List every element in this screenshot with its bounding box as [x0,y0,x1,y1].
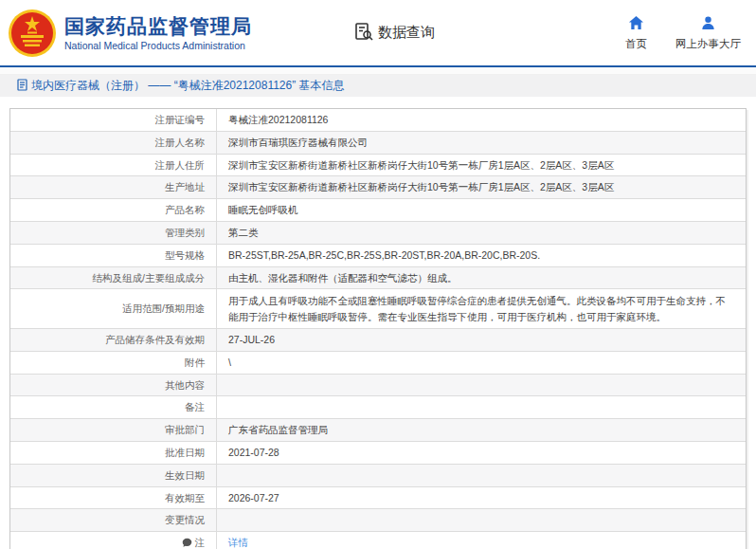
row-label-text: 注 [195,535,206,549]
row-value: \ [217,352,746,374]
row-label: 其他内容 [10,375,217,396]
document-icon [17,79,31,94]
row-label: 生产地址 [10,176,217,198]
row-label: 管理类别 [10,222,217,244]
table-row: 产品名称睡眠无创呼吸机 [10,199,746,222]
row-value: 2026-07-27 [217,487,746,509]
header: 国家药品监督管理局 National Medical Products Admi… [0,0,756,65]
data-query-tab[interactable]: 数据查询 [354,22,435,45]
row-value [217,375,746,396]
row-value: 广东省药品监督管理局 [217,419,746,441]
row-value: 睡眠无创呼吸机 [217,199,746,221]
row-label-text: 产品储存条件及有效期 [105,332,205,348]
table-row: 审批部门广东省药品监督管理局 [10,419,746,442]
row-value: 深圳市百瑞琪医疗器械有限公司 [217,132,746,154]
table-row: 结构及组成/主要组成成分由主机、湿化器和附件（适配器和空气滤芯）组成。 [10,267,746,290]
row-label-text: 管理类别 [165,225,205,241]
row-label: 注册人住所 [10,155,217,176]
table-row: 有效期至2026-07-27 [10,487,746,510]
table-row: 管理类别第二类 [10,222,746,245]
table-row: 生产地址深圳市宝安区新桥街道新桥社区新桥岗仔大街10号第一栋厂房1层A区、2层A… [10,176,746,199]
row-label-text: 生产地址 [165,179,205,195]
site-subtitle: National Medical Products Administration [64,40,252,51]
row-label-text: 适用范围/预期用途 [122,301,205,317]
row-value: 深圳市宝安区新桥街道新桥社区新桥岗仔大街10号第一栋厂房1层A区、2层A区、3层… [217,176,746,198]
row-label-text: 注册人住所 [155,157,206,174]
header-substrip [0,67,756,75]
row-label-text: 批准日期 [165,445,205,461]
table-row: 批准日期2021-07-28 [10,442,746,465]
table-row: 适用范围/预期用途用于成人且有呼吸功能不全或阻塞性睡眠呼吸暂停综合症的患者提供无… [10,289,746,329]
table-row: 注册证编号粤械注准20212081126 [10,109,746,132]
table-row: 注册人名称深圳市百瑞琪医疗器械有限公司 [10,132,746,155]
home-icon [628,15,644,37]
table-row: 型号规格BR-25ST,BR-25A,BR-25C,BR-25S,BR-20ST… [10,245,746,267]
logo-block: 国家药品监督管理局 National Medical Products Admi… [8,9,252,58]
row-label: 结构及组成/主要组成成分 [10,267,217,289]
row-label: 有效期至 [10,487,217,509]
row-value [217,509,746,531]
table-row: 变更情况 [10,509,746,532]
row-label-text: 产品名称 [165,202,205,218]
breadcrumb: 境内医疗器械（注册） —— “粤械注准20212081126” 基本信息 [0,75,756,97]
row-label-text: 附件 [185,355,205,371]
table-row: 注册人住所深圳市宝安区新桥街道新桥社区新桥岗仔大街10号第一栋厂房1层A区、2层… [10,155,746,177]
national-emblem-icon [8,9,57,58]
row-label-text: 备注 [185,399,205,415]
row-label: 注册证编号 [10,109,217,131]
table-row: 其他内容 [10,375,746,397]
row-value: 用于成人且有呼吸功能不全或阻塞性睡眠呼吸暂停综合症的患者提供无创通气。此类设备均… [217,289,746,328]
info-table: 注册证编号粤械注准20212081126注册人名称深圳市百瑞琪医疗器械有限公司注… [9,108,747,549]
row-label-text: 有效期至 [165,490,205,506]
note-icon [182,538,192,548]
row-value: 27-JUL-26 [217,329,746,351]
row-label: 批准日期 [10,442,217,464]
nav-item-label: 首页 [625,37,647,51]
row-label-text: 注册人名称 [155,135,206,151]
row-label-text: 变更情况 [165,512,205,528]
nav-item-service-hall[interactable]: 网上办事大厅 [675,15,741,51]
table-row: 附件\ [10,352,746,375]
row-label: 注册人名称 [10,132,217,154]
row-label: 型号规格 [10,245,217,266]
row-label: 注 [10,532,217,549]
data-query-icon [354,22,378,45]
row-label: 附件 [10,352,217,374]
row-label: 适用范围/预期用途 [10,289,217,328]
row-label: 产品名称 [10,199,217,221]
row-value [217,396,746,418]
row-value: 深圳市宝安区新桥街道新桥社区新桥岗仔大街10号第一栋厂房1层A区、2层A区、3层… [217,155,746,176]
row-label: 生效日期 [10,465,217,486]
row-label: 变更情况 [10,509,217,531]
data-query-label: 数据查询 [378,24,435,42]
row-value [217,465,746,486]
row-value: 详情 [217,532,746,549]
row-label-text: 审批部门 [165,422,205,438]
row-label-text: 其他内容 [165,377,205,393]
header-nav: 首页 网上办事大厅 [625,15,741,51]
row-value: 第二类 [217,222,746,244]
site-title: 国家药品监督管理局 [64,14,252,38]
row-label-text: 结构及组成/主要组成成分 [93,270,205,286]
row-value: BR-25ST,BR-25A,BR-25C,BR-25S,BR-20ST,BR-… [217,245,746,266]
detail-link[interactable]: 详情 [228,535,248,549]
nav-item-home[interactable]: 首页 [625,15,647,51]
row-label-text: 生效日期 [165,467,205,484]
row-label-text: 型号规格 [165,247,205,264]
user-icon [700,15,716,37]
row-label-text: 注册证编号 [155,112,206,128]
table-row: 注详情 [10,532,746,549]
table-row: 产品储存条件及有效期27-JUL-26 [10,329,746,352]
table-row: 备注 [10,396,746,419]
breadcrumb-text: 境内医疗器械（注册） —— “粤械注准20212081126” 基本信息 [31,78,345,94]
row-value: 粤械注准20212081126 [217,109,746,131]
table-row: 生效日期 [10,465,746,487]
row-value: 由主机、湿化器和附件（适配器和空气滤芯）组成。 [217,267,746,289]
row-value: 2021-07-28 [217,442,746,464]
row-label: 产品储存条件及有效期 [10,329,217,351]
row-label: 备注 [10,396,217,418]
nav-item-label: 网上办事大厅 [675,37,741,51]
row-label: 审批部门 [10,419,217,441]
